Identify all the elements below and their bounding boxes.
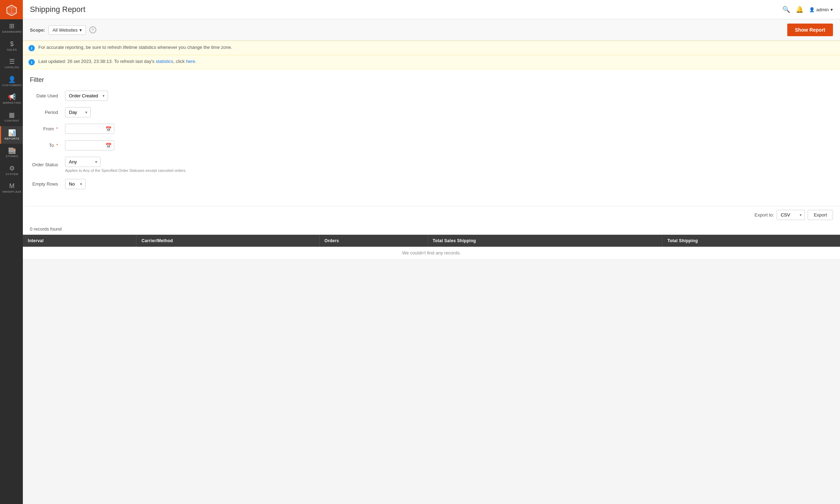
col-total-sales-shipping: Total Sales Shipping bbox=[428, 235, 662, 247]
filter-row-period: Period Day Month Year bbox=[30, 107, 833, 117]
from-control: 📅 bbox=[65, 124, 114, 134]
info-banner-1: i For accurate reporting, be sure to ref… bbox=[23, 41, 840, 55]
empty-rows-select-wrapper: No Yes bbox=[65, 179, 85, 189]
sidebar-item-label-mageplaza: MAGEPLAZA bbox=[2, 190, 21, 194]
banner2-suffix: . bbox=[195, 59, 197, 64]
sidebar-item-label-stores: STORES bbox=[6, 155, 18, 158]
filter-row-from: From * 📅 bbox=[30, 124, 833, 134]
period-select[interactable]: Day Month Year bbox=[65, 107, 91, 117]
stores-icon: 🏬 bbox=[8, 147, 16, 154]
sales-icon: $ bbox=[10, 41, 14, 47]
filter-row-empty-rows: Empty Rows No Yes bbox=[30, 179, 833, 189]
sidebar: ⊞DASHBOARD$SALES☰CATALOG👤CUSTOMERS📢MARKE… bbox=[0, 0, 23, 504]
info-text-1: For accurate reporting, be sure to refre… bbox=[38, 45, 232, 50]
to-calendar-icon[interactable]: 📅 bbox=[105, 143, 111, 148]
from-required-star: * bbox=[56, 126, 58, 131]
sidebar-item-label-dashboard: DASHBOARD bbox=[2, 30, 21, 34]
col-interval: Interval bbox=[23, 235, 136, 247]
table-header: IntervalCarrier/MethodOrdersTotal Sales … bbox=[23, 235, 840, 247]
filter-row-date-used: Date Used Order Created Order Updated bbox=[30, 91, 833, 101]
system-icon: ⚙ bbox=[9, 165, 15, 172]
empty-rows-label: Empty Rows bbox=[23, 181, 65, 187]
info-banner-2: i Last updated: 26 set 2023, 23:38:13. T… bbox=[23, 55, 840, 69]
sidebar-logo bbox=[0, 0, 23, 19]
page-title: Shipping Report bbox=[30, 5, 85, 14]
to-required-star: * bbox=[56, 143, 58, 148]
sidebar-item-dashboard[interactable]: ⊞DASHBOARD bbox=[0, 19, 23, 37]
help-icon[interactable]: ? bbox=[89, 26, 96, 33]
filter-row-order-status: Order Status Any Pending Processing Comp… bbox=[30, 157, 833, 173]
catalog-icon: ☰ bbox=[9, 58, 15, 65]
marketing-icon: 📢 bbox=[8, 94, 16, 100]
export-button[interactable]: Export bbox=[808, 210, 833, 220]
sidebar-item-customers[interactable]: 👤CUSTOMERS bbox=[0, 73, 23, 91]
data-table: IntervalCarrier/MethodOrdersTotal Sales … bbox=[23, 235, 840, 259]
order-status-with-hint: Any Pending Processing Complete Closed C… bbox=[65, 157, 185, 173]
sidebar-item-reports[interactable]: 📊REPORTS bbox=[0, 126, 23, 144]
empty-rows-control: No Yes bbox=[65, 179, 85, 189]
no-records-message: We couldn't find any records. bbox=[23, 247, 840, 259]
order-status-select-wrapper: Any Pending Processing Complete Closed C… bbox=[65, 157, 101, 167]
empty-rows-select[interactable]: No Yes bbox=[65, 179, 85, 189]
show-report-button[interactable]: Show Report bbox=[787, 24, 833, 36]
sidebar-item-system[interactable]: ⚙SYSTEM bbox=[0, 162, 23, 180]
date-used-label: Date Used bbox=[23, 93, 65, 98]
col-total-shipping: Total Shipping bbox=[662, 235, 840, 247]
sidebar-item-sales[interactable]: $SALES bbox=[0, 37, 23, 55]
filter-title: Filter bbox=[30, 76, 833, 84]
sidebar-item-mageplaza[interactable]: MMAGEPLAZA bbox=[0, 179, 23, 197]
reports-icon: 📊 bbox=[8, 130, 16, 136]
no-records-row: We couldn't find any records. bbox=[23, 247, 840, 259]
info-icon-2: i bbox=[28, 59, 35, 65]
from-calendar-icon[interactable]: 📅 bbox=[105, 126, 111, 132]
scope-value: All Websites bbox=[52, 27, 77, 33]
sidebar-item-marketing[interactable]: 📢MARKETING bbox=[0, 90, 23, 108]
export-format-wrapper: CSV Excel XML bbox=[777, 210, 805, 220]
info-icon-1: i bbox=[28, 45, 35, 51]
date-used-select[interactable]: Order Created Order Updated bbox=[65, 91, 108, 101]
records-count: 0 records found bbox=[23, 224, 840, 234]
sidebar-item-label-catalog: CATALOG bbox=[5, 66, 19, 69]
dashboard-icon: ⊞ bbox=[9, 23, 15, 29]
sidebar-item-label-content: CONTENT bbox=[5, 119, 19, 123]
sidebar-item-label-sales: SALES bbox=[7, 48, 17, 52]
sidebar-item-catalog[interactable]: ☰CATALOG bbox=[0, 55, 23, 73]
scope-select[interactable]: All Websites ▾ bbox=[49, 25, 85, 35]
order-status-control: Any Pending Processing Complete Closed C… bbox=[65, 157, 185, 167]
chevron-down-icon: ▾ bbox=[831, 7, 833, 12]
customers-icon: 👤 bbox=[8, 76, 16, 83]
header-right: 🔍 🔔 👤 admin ▾ bbox=[782, 6, 833, 13]
banner2-middle: , click bbox=[173, 59, 186, 64]
date-used-control: Order Created Order Updated bbox=[65, 91, 108, 101]
filter-section: Filter Date Used Order Created Order Upd… bbox=[23, 69, 840, 206]
content-icon: ▦ bbox=[9, 112, 15, 118]
bell-icon[interactable]: 🔔 bbox=[796, 6, 803, 13]
to-control: 📅 bbox=[65, 140, 114, 150]
sidebar-item-stores[interactable]: 🏬STORES bbox=[0, 144, 23, 162]
period-select-wrapper: Day Month Year bbox=[65, 107, 91, 117]
sidebar-item-label-reports: REPORTS bbox=[5, 137, 19, 141]
info-text-2: Last updated: 26 set 2023, 23:38:13. To … bbox=[38, 59, 197, 64]
col-carrier/method: Carrier/Method bbox=[136, 235, 319, 247]
table-header-row: IntervalCarrier/MethodOrdersTotal Sales … bbox=[23, 235, 840, 247]
admin-label: admin bbox=[816, 7, 829, 12]
filter-row-to: To * 📅 bbox=[30, 140, 833, 150]
banner2-prefix: Last updated: 26 set 2023, 23:38:13. To … bbox=[38, 59, 156, 64]
here-link[interactable]: here bbox=[186, 59, 195, 64]
scope-label: Scope: bbox=[30, 27, 45, 33]
from-input-wrapper: 📅 bbox=[65, 124, 114, 134]
scope-bar: Scope: All Websites ▾ ? Show Report bbox=[23, 19, 840, 41]
export-format-select[interactable]: CSV Excel XML bbox=[777, 210, 805, 220]
search-icon[interactable]: 🔍 bbox=[782, 6, 790, 13]
scope-chevron-icon: ▾ bbox=[79, 27, 82, 33]
statistics-link[interactable]: statistics bbox=[156, 59, 173, 64]
from-label: From * bbox=[23, 126, 65, 131]
sidebar-item-content[interactable]: ▦CONTENT bbox=[0, 108, 23, 126]
admin-user-menu[interactable]: 👤 admin ▾ bbox=[809, 7, 833, 12]
order-status-select[interactable]: Any Pending Processing Complete Closed C… bbox=[65, 157, 101, 167]
top-header: Shipping Report 🔍 🔔 👤 admin ▾ bbox=[23, 0, 840, 19]
to-input-wrapper: 📅 bbox=[65, 140, 114, 150]
mageplaza-icon: M bbox=[9, 183, 15, 189]
main-content: Shipping Report 🔍 🔔 👤 admin ▾ Scope: All… bbox=[23, 0, 840, 504]
user-icon: 👤 bbox=[809, 7, 815, 12]
